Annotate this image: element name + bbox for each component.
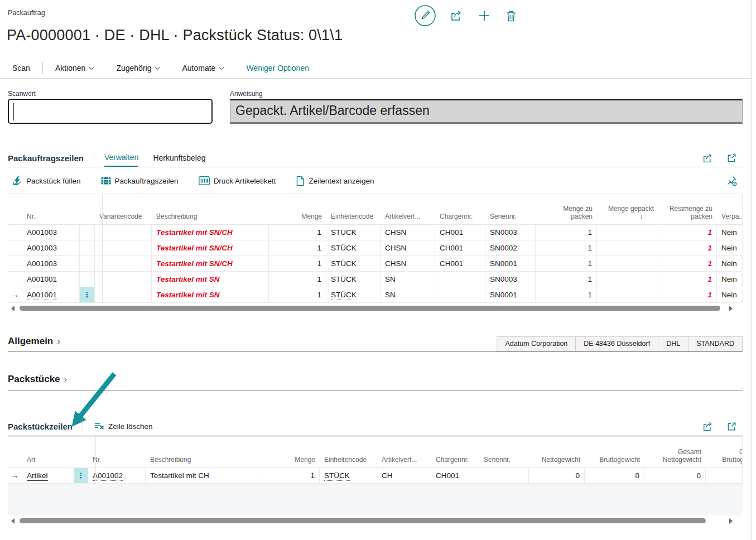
table-cell-verpackt[interactable]: Nein [717, 240, 743, 256]
table-cell-beschreibung[interactable]: Testartikel mit SN/CH [152, 240, 269, 256]
table-cell-nr[interactable]: A001003 [22, 256, 80, 272]
table-cell-verf[interactable]: CHSN [381, 240, 435, 256]
row-selector-arrow-icon[interactable]: → [8, 287, 22, 303]
table-cell-variante[interactable] [95, 272, 152, 287]
table-cell-verf[interactable]: SN [381, 272, 435, 287]
table-row[interactable]: A001003 Testartikel mit SN/CH 1 STÜCK CH… [8, 256, 742, 272]
table-row-selected[interactable]: → Artikel ⋮ A001002 Testartikel mit CH 1… [8, 468, 742, 484]
table-row[interactable]: A001003 Testartikel mit SN/CH 1 STÜCK CH… [8, 225, 742, 240]
table-cell-serien[interactable]: SN0003 [485, 272, 536, 287]
table-cell-beschreibung[interactable]: Testartikel mit CH [146, 468, 262, 484]
table-cell-menge[interactable]: 1 [269, 287, 326, 303]
menu-item-automate[interactable]: Automate [182, 64, 225, 73]
table-cell-mzp[interactable]: 1 [536, 225, 597, 240]
table-cell-menge[interactable]: 1 [269, 225, 326, 240]
table-cell-variante[interactable] [95, 256, 152, 272]
table-cell-verpackt[interactable]: Nein [717, 256, 743, 272]
table-cell-nr[interactable]: A001001 [22, 287, 80, 303]
table-cell-verf[interactable]: CHSN [381, 256, 435, 272]
scrollbar-thumb[interactable] [20, 518, 706, 523]
summary-chip-carrier[interactable]: DHL [658, 336, 688, 351]
table-cell-serien[interactable]: SN0001 [485, 256, 536, 272]
packauftragszeilen-button[interactable]: Packauftragszeilen [101, 177, 179, 185]
table-cell-nr[interactable]: A001001 [22, 272, 80, 287]
menu-item-scan[interactable]: Scan [12, 64, 30, 73]
column-header-einheitencode[interactable]: Einheitencode [320, 456, 377, 467]
row-menu-cell[interactable] [80, 272, 95, 287]
column-header-variantencode[interactable]: Variantencode [95, 213, 152, 224]
table-cell-serien[interactable]: SN0001 [485, 287, 536, 303]
table-cell-charge[interactable]: CH001 [435, 256, 485, 272]
scroll-right-button[interactable] [729, 306, 733, 311]
row-selector[interactable] [8, 225, 22, 240]
table-row[interactable]: A001001 Testartikel mit SN 1 STÜCK SN SN… [8, 272, 742, 287]
table-cell-rest[interactable]: 1 [658, 225, 717, 240]
table-cell-brutto[interactable]: 0 [585, 468, 644, 484]
table-cell-einheit[interactable]: STÜCK [326, 287, 381, 303]
menu-item-weniger-optionen[interactable]: Weniger Optionen [246, 64, 309, 73]
row-menu-cell[interactable] [80, 225, 95, 240]
column-header-seriennr[interactable]: Seriennr. [485, 213, 536, 224]
column-header-bruttogewicht[interactable]: Bruttogewicht [585, 456, 644, 467]
share-button[interactable] [450, 9, 464, 22]
summary-chip-customer[interactable]: Adatum Corporation [497, 336, 576, 351]
table-cell-art[interactable]: Artikel [22, 468, 74, 484]
scanwert-input[interactable] [8, 99, 213, 124]
column-header-chargennr[interactable]: Chargennr. [435, 213, 485, 224]
table-cell-gnetto[interactable]: 0 [644, 468, 706, 484]
column-header-gesamt-brutto[interactable]: Gesamt Bruttogewicht [706, 448, 743, 467]
zeilentext-anzeigen-button[interactable]: Zeilentext anzeigen [296, 176, 374, 186]
tab-herkunftsbeleg[interactable]: Herkunftsbeleg [153, 151, 205, 166]
table-cell-einheit[interactable]: STÜCK [326, 272, 381, 287]
table-cell-charge[interactable] [435, 287, 485, 303]
row-menu-cell[interactable] [80, 256, 95, 272]
table-cell-verf[interactable]: CHSN [381, 225, 435, 240]
table-cell-mzp[interactable]: 1 [536, 287, 597, 303]
zeile-loeschen-button[interactable]: Zeile löschen [93, 421, 153, 431]
column-header-seriennr[interactable]: Seriennr. [479, 456, 529, 467]
new-button[interactable] [478, 9, 491, 22]
table-cell-beschreibung[interactable]: Testartikel mit SN [152, 272, 269, 287]
row-selector[interactable] [8, 272, 22, 287]
table-cell-gbrutto[interactable] [706, 468, 743, 484]
table-cell-mzp[interactable]: 1 [536, 240, 597, 256]
column-header-nr[interactable]: Nr. [22, 213, 80, 224]
table-cell-verf[interactable]: SN [381, 287, 435, 303]
column-header-artikelverf[interactable]: Artikelverf... [381, 213, 435, 224]
row-selector[interactable] [8, 256, 22, 272]
section-allgemein[interactable]: Allgemein› [8, 336, 60, 347]
share-part-button[interactable] [702, 421, 714, 432]
table-cell-einheit[interactable]: STÜCK [326, 225, 381, 240]
table-cell-menge[interactable]: 1 [262, 468, 320, 484]
table-cell-einheit[interactable]: STÜCK [326, 240, 381, 256]
h-scrollbar[interactable] [8, 305, 743, 312]
column-header-gesamt-netto[interactable]: Gesamt Nettogewicht [644, 448, 706, 467]
scroll-left-button[interactable] [11, 518, 15, 524]
table-cell-mg[interactable] [597, 256, 658, 272]
column-header-nr[interactable]: Nr. [88, 456, 146, 467]
table-cell-beschreibung[interactable]: Testartikel mit SN/CH [152, 256, 269, 272]
table-cell-serien[interactable]: SN0002 [485, 240, 536, 256]
table-cell-rest[interactable]: 1 [658, 256, 717, 272]
table-cell-verpackt[interactable]: Nein [717, 287, 743, 303]
packstueck-fuellen-button[interactable]: Packstück füllen [12, 176, 81, 186]
druck-artikeletikett-button[interactable]: Druck Artikeletikett [199, 176, 276, 185]
column-header-menge-zu-packen[interactable]: Menge zu packen [536, 205, 597, 224]
table-cell-serien[interactable]: SN0003 [485, 225, 536, 240]
table-cell-netto[interactable]: 0 [529, 468, 585, 484]
row-menu-cell[interactable] [80, 240, 95, 256]
table-cell-rest[interactable]: 1 [658, 272, 717, 287]
column-header-beschreibung[interactable]: Beschreibung [152, 213, 269, 224]
column-header-einheitencode[interactable]: Einheitencode [326, 213, 381, 224]
scroll-left-button[interactable] [11, 306, 15, 311]
table-cell-einheit[interactable]: STÜCK [326, 256, 381, 272]
table-row-selected[interactable]: → A001001 ⋮ Testartikel mit SN 1 STÜCK S… [8, 287, 742, 303]
column-header-restmenge[interactable]: Restmenge zu packen [658, 205, 717, 224]
table-cell-verpackt[interactable]: Nein [717, 272, 743, 287]
table-cell-mg[interactable] [597, 225, 658, 240]
table-cell-nr[interactable]: A001003 [22, 225, 80, 240]
row-selector[interactable] [8, 240, 22, 256]
unpin-button[interactable] [726, 175, 743, 186]
column-header-beschreibung[interactable]: Beschreibung [146, 456, 262, 467]
row-menu-button[interactable]: ⋮ [80, 287, 95, 303]
